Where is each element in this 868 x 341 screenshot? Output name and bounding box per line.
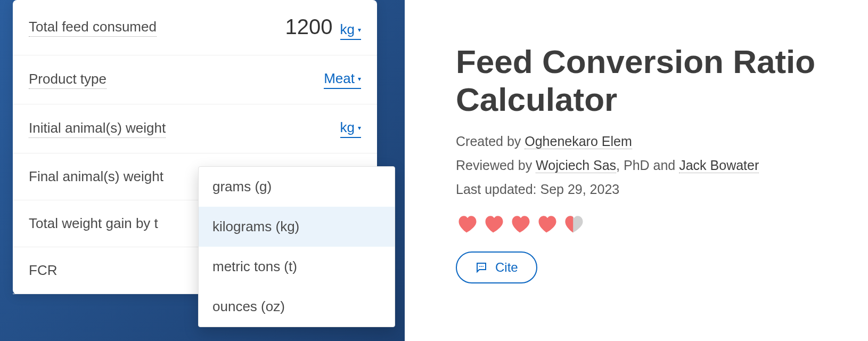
unit-total-feed-label: kg (340, 21, 355, 38)
row-initial-weight: Initial animal(s) weight kg ▾ (13, 104, 377, 153)
svg-point-1 (479, 266, 480, 267)
last-updated: Last updated: Sep 29, 2023 (456, 182, 847, 197)
calculator-panel: Total feed consumed 1200 kg ▾ Product ty… (0, 0, 405, 341)
heart-icon (456, 212, 479, 236)
unit-option-kilograms[interactable]: kilograms (kg) (199, 207, 395, 247)
calculator-card: Total feed consumed 1200 kg ▾ Product ty… (13, 0, 377, 294)
reviewer1-suffix: , PhD and (616, 158, 679, 173)
row-product-type: Product type Meat ▾ (13, 55, 377, 104)
row-total-feed: Total feed consumed 1200 kg ▾ (13, 0, 377, 55)
label-fcr: FCR (29, 262, 57, 279)
unit-option-ounces[interactable]: ounces (oz) (199, 287, 395, 327)
reviewed-by-line: Reviewed by Wojciech Sas, PhD and Jack B… (456, 158, 847, 173)
value-total-feed[interactable]: 1200 (285, 15, 333, 39)
unit-option-metric-tons[interactable]: metric tons (t) (199, 247, 395, 287)
chat-icon (475, 261, 488, 274)
unit-select-total-feed[interactable]: kg ▾ (340, 21, 361, 40)
created-by-line: Created by Oghenekaro Elem (456, 134, 847, 149)
unit-dropdown[interactable]: grams (g) kilograms (kg) metric tons (t)… (198, 166, 395, 327)
created-prefix: Created by (456, 134, 525, 149)
article-panel: Feed Conversion Ratio Calculator Created… (405, 0, 868, 341)
heart-icon (536, 212, 559, 236)
label-product-type: Product type (29, 71, 107, 89)
unit-option-grams[interactable]: grams (g) (199, 167, 395, 207)
reviewer2-link[interactable]: Jack Bowater (679, 158, 759, 173)
heart-half-icon (562, 212, 586, 236)
value-area-total-feed: 1200 kg ▾ (285, 15, 361, 40)
page-title: Feed Conversion Ratio Calculator (456, 43, 847, 119)
reviewer1-link[interactable]: Wojciech Sas (536, 158, 616, 173)
rating-hearts[interactable] (456, 212, 847, 236)
svg-point-3 (482, 266, 484, 267)
chevron-down-icon: ▾ (358, 75, 361, 83)
chevron-down-icon: ▾ (358, 124, 361, 132)
value-product-type: Meat (324, 70, 355, 87)
unit-initial-weight-label: kg (340, 119, 355, 136)
svg-point-2 (481, 266, 482, 267)
author-link[interactable]: Oghenekaro Elem (525, 134, 632, 149)
reviewed-prefix: Reviewed by (456, 158, 536, 173)
heart-icon (509, 212, 533, 236)
unit-select-initial-weight[interactable]: kg ▾ (340, 119, 361, 138)
cite-button[interactable]: Cite (456, 251, 537, 283)
heart-icon (482, 212, 506, 236)
label-final-weight: Final animal(s) weight (29, 168, 163, 185)
select-product-type[interactable]: Meat ▾ (324, 70, 361, 89)
chevron-down-icon: ▾ (358, 26, 361, 34)
label-total-gain: Total weight gain by t (29, 215, 158, 232)
cite-label: Cite (495, 260, 518, 275)
label-total-feed: Total feed consumed (29, 19, 157, 37)
label-initial-weight: Initial animal(s) weight (29, 120, 166, 138)
